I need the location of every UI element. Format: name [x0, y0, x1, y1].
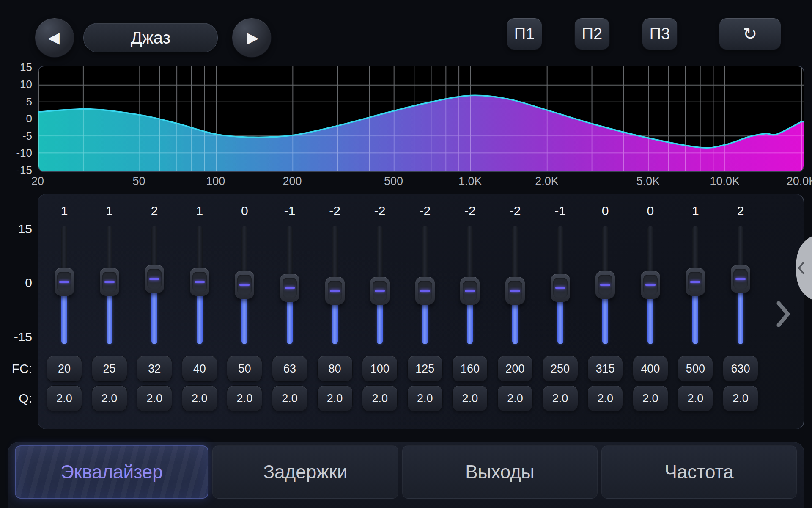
band-gain-label: 1 — [178, 204, 221, 218]
tab-label: Частота — [664, 461, 733, 483]
fc-button[interactable]: 630 — [723, 356, 758, 382]
slider-handle-face — [598, 275, 612, 295]
fc-button[interactable]: 315 — [587, 356, 623, 382]
q-button[interactable]: 2.0 — [497, 385, 533, 411]
slider-handle[interactable] — [595, 271, 615, 299]
memory-button-p2[interactable]: П2 — [574, 18, 610, 50]
slider-handle-dash-icon — [285, 287, 295, 289]
slider-handle-dash-icon — [104, 281, 115, 283]
slider-handle-dash-icon — [600, 284, 610, 286]
q-button[interactable]: 2.0 — [587, 385, 623, 411]
slider-handle[interactable] — [370, 277, 390, 305]
q-button[interactable]: 2.0 — [92, 385, 127, 411]
band-gain-label: -2 — [449, 204, 491, 218]
tab-equalizer[interactable]: Эквалайзер — [15, 445, 208, 499]
slider-handle-face — [237, 275, 252, 295]
slider-handle[interactable] — [686, 268, 705, 296]
slider-scale-min-label: -15 — [4, 330, 32, 344]
eq-band-500: 15002.0 — [674, 194, 716, 430]
q-button[interactable]: 2.0 — [633, 385, 668, 411]
fc-button[interactable]: 250 — [543, 356, 578, 382]
band-gain-label: -2 — [404, 204, 446, 218]
y-axis-tick: 0 — [4, 113, 32, 124]
slider-handle[interactable] — [325, 277, 345, 305]
q-button[interactable]: 2.0 — [227, 385, 262, 411]
slider-handle-face — [373, 281, 387, 301]
slider-handle[interactable] — [505, 277, 525, 305]
slider-handle[interactable] — [145, 265, 164, 293]
slider-handle[interactable] — [731, 265, 750, 293]
slider-handle-face — [643, 275, 658, 295]
eq-band-200: -22002.0 — [494, 194, 536, 430]
side-drawer-handle[interactable] — [785, 236, 812, 300]
q-button[interactable]: 2.0 — [407, 385, 443, 411]
fc-button[interactable]: 80 — [317, 356, 353, 382]
slider-handle-dash-icon — [510, 290, 520, 292]
slider-handle-dash-icon — [420, 290, 430, 292]
slider-handle[interactable] — [235, 271, 254, 299]
q-button[interactable]: 2.0 — [452, 385, 488, 411]
fc-button[interactable]: 25 — [92, 356, 127, 382]
q-button[interactable]: 2.0 — [723, 385, 758, 411]
band-gain-label: 0 — [584, 204, 626, 218]
q-button[interactable]: 2.0 — [317, 385, 353, 411]
band-gain-label: -1 — [269, 204, 311, 218]
slider-handle-dash-icon — [555, 287, 565, 289]
memory-preset-buttons: П1П2П3 — [507, 18, 678, 50]
q-button[interactable]: 2.0 — [272, 385, 307, 411]
fc-button[interactable]: 50 — [227, 356, 262, 382]
x-axis-tick: 2.0K — [528, 175, 566, 188]
q-button[interactable]: 2.0 — [182, 385, 217, 411]
equalizer-app-screen: ◀ Джаз ▶ П1П2П3 ↻ 151050-5-10-15 2050100… — [0, 0, 812, 508]
slider-handle-face — [192, 272, 207, 292]
slider-handle-face — [328, 281, 342, 301]
fc-button[interactable]: 40 — [182, 356, 217, 382]
fc-button[interactable]: 400 — [633, 356, 668, 382]
q-button[interactable]: 2.0 — [137, 385, 172, 411]
x-axis-tick: 1.0K — [451, 175, 489, 188]
x-axis-tick: 500 — [375, 175, 413, 188]
slider-handle[interactable] — [55, 268, 74, 296]
fc-button[interactable]: 160 — [452, 356, 488, 382]
fc-button[interactable]: 63 — [272, 356, 307, 382]
band-gain-label: 2 — [133, 204, 176, 218]
equalizer-bands-panel: 1202.01252.02322.01402.00502.0-1632.0-28… — [38, 194, 804, 429]
fc-button[interactable]: 32 — [137, 356, 172, 382]
tab-frequency[interactable]: Частота — [601, 445, 797, 499]
q-button[interactable]: 2.0 — [678, 385, 713, 411]
eq-band-25: 1252.0 — [88, 194, 131, 430]
slider-handle-face — [688, 272, 702, 292]
slider-handle[interactable] — [460, 277, 480, 305]
next-bands-page-button[interactable] — [774, 299, 793, 329]
slider-handle-dash-icon — [375, 290, 385, 292]
tab-outputs[interactable]: Выходы — [402, 445, 598, 499]
reset-button[interactable]: ↻ — [719, 18, 781, 50]
slider-scale-max-label: 15 — [4, 222, 32, 236]
q-button[interactable]: 2.0 — [362, 385, 398, 411]
fc-button[interactable]: 20 — [47, 356, 82, 382]
triangle-left-icon: ◀ — [48, 30, 60, 45]
tab-delays[interactable]: Задержки — [212, 445, 398, 499]
slider-handle-dash-icon — [239, 284, 250, 286]
fc-button[interactable]: 500 — [678, 356, 713, 382]
y-axis-tick: -10 — [4, 147, 32, 158]
fc-button[interactable]: 100 — [362, 356, 398, 382]
q-button[interactable]: 2.0 — [47, 385, 82, 411]
slider-handle[interactable] — [100, 268, 119, 296]
preset-next-button[interactable]: ▶ — [232, 18, 272, 58]
q-button[interactable]: 2.0 — [543, 385, 578, 411]
slider-handle[interactable] — [551, 274, 570, 302]
slider-handle[interactable] — [280, 274, 299, 302]
band-gain-label: 1 — [674, 204, 716, 218]
slider-handle[interactable] — [415, 277, 435, 305]
memory-button-p1[interactable]: П1 — [507, 18, 542, 50]
frequency-response-chart — [38, 66, 804, 172]
slider-handle[interactable] — [641, 271, 660, 299]
slider-handle-dash-icon — [645, 284, 656, 286]
preset-prev-button[interactable]: ◀ — [35, 18, 74, 58]
preset-selector[interactable]: Джаз — [83, 23, 218, 52]
memory-button-p3[interactable]: П3 — [642, 18, 678, 50]
slider-handle[interactable] — [190, 268, 209, 296]
fc-button[interactable]: 200 — [497, 356, 533, 382]
fc-button[interactable]: 125 — [407, 356, 443, 382]
